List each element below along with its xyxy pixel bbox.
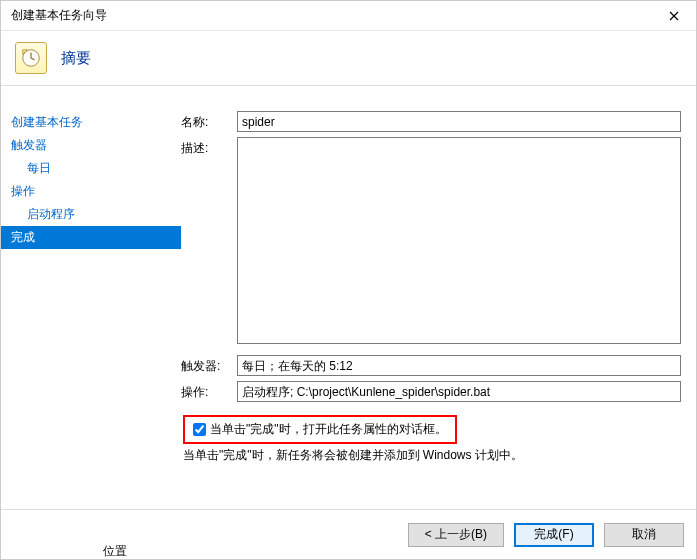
nav-finish[interactable]: 完成 <box>1 226 181 249</box>
checkbox-open-properties[interactable] <box>193 423 206 436</box>
content-pane: 名称: 描述: 触发器: 每日；在每天的 5:12 操作: 启动程序; C:\p… <box>181 86 696 509</box>
label-trigger: 触发器: <box>181 355 237 375</box>
label-name: 名称: <box>181 111 237 131</box>
label-description: 描述: <box>181 137 237 157</box>
nav-start-program[interactable]: 启动程序 <box>1 203 181 226</box>
back-button[interactable]: < 上一步(B) <box>408 523 504 547</box>
note-text: 当单击"完成"时，新任务将会被创建并添加到 Windows 计划中。 <box>181 447 681 464</box>
nav-daily[interactable]: 每日 <box>1 157 181 180</box>
row-open-properties: 当单击"完成"时，打开此任务属性的对话框。 <box>181 415 681 444</box>
field-action: 启动程序; C:\project\Kunlene_spider\spider.b… <box>237 381 681 402</box>
wizard-window: 创建基本任务向导 摘要 创建基本任务 触发器 每日 操作 启动程序 完成 名称:… <box>0 0 697 560</box>
titlebar: 创建基本任务向导 <box>1 1 696 31</box>
label-action: 操作: <box>181 381 237 401</box>
checkbox-label: 当单击"完成"时，打开此任务属性的对话框。 <box>210 421 447 438</box>
finish-button[interactable]: 完成(F) <box>514 523 594 547</box>
close-button[interactable] <box>651 1 696 31</box>
row-action: 操作: 启动程序; C:\project\Kunlene_spider\spid… <box>181 381 681 402</box>
input-name[interactable] <box>237 111 681 132</box>
nav-action[interactable]: 操作 <box>1 180 181 203</box>
row-name: 名称: <box>181 111 681 132</box>
field-trigger: 每日；在每天的 5:12 <box>237 355 681 376</box>
nav-trigger[interactable]: 触发器 <box>1 134 181 157</box>
row-trigger: 触发器: 每日；在每天的 5:12 <box>181 355 681 376</box>
highlight-annotation: 当单击"完成"时，打开此任务属性的对话框。 <box>183 415 457 444</box>
row-description: 描述: <box>181 137 681 344</box>
textarea-description[interactable] <box>237 137 681 344</box>
nav-create-basic-task[interactable]: 创建基本任务 <box>1 111 181 134</box>
cancel-button[interactable]: 取消 <box>604 523 684 547</box>
window-title: 创建基本任务向导 <box>11 7 107 24</box>
header: 摘要 <box>1 31 696 86</box>
body: 创建基本任务 触发器 每日 操作 启动程序 完成 名称: 描述: 触发器: 每日… <box>1 86 696 509</box>
bottom-strip-label: 位置 <box>103 543 127 560</box>
clock-icon <box>15 42 47 74</box>
close-icon <box>669 11 679 21</box>
nav-sidebar: 创建基本任务 触发器 每日 操作 启动程序 完成 <box>1 86 181 509</box>
page-title: 摘要 <box>61 49 91 68</box>
